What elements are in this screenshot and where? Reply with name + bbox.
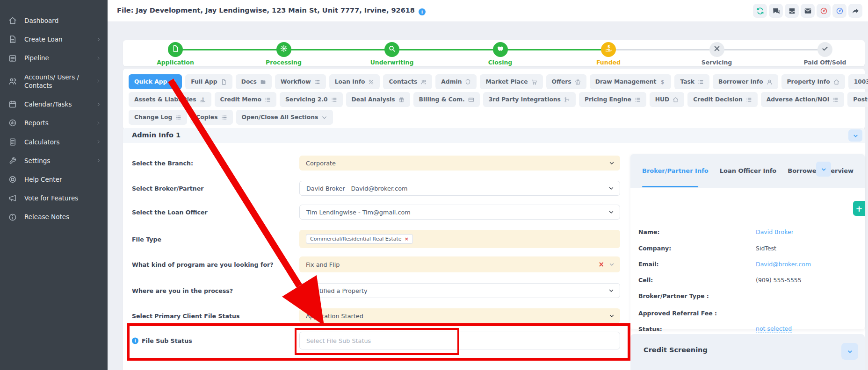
step-paid-off-sold[interactable]: Paid Off/Sold [797, 42, 853, 66]
tab-servicing-2-0[interactable]: Servicing 2.0 [280, 92, 343, 107]
gear-icon [280, 45, 288, 54]
chevron-down-icon [608, 209, 614, 215]
tab-label: 1003 [854, 78, 868, 85]
tab-post-closing-loan-trade[interactable]: Post-Closing/Loan Trade [847, 92, 868, 107]
topbar: File: Jay Development, Jay Lendingwise, … [108, 0, 868, 22]
field-label-file-type: File Type [132, 235, 161, 242]
info-icon[interactable]: i [419, 8, 426, 15]
tab-full-app[interactable]: Full App [185, 74, 232, 89]
tab-loan-info[interactable]: Loan Info [329, 74, 380, 89]
tab-copies[interactable]: Copies [190, 110, 232, 125]
info-tab-loan-officer-info[interactable]: Loan Officer Info [720, 167, 776, 174]
chevron-right-icon [96, 102, 101, 107]
sidebar-item-release-notes[interactable]: Release Notes [0, 207, 108, 226]
info-value-name[interactable]: David Broker [756, 228, 794, 235]
field-what-kind-of-program-are-you-looking-for-select[interactable]: Fix and Flip× [299, 256, 620, 272]
step-closing[interactable]: Closing [472, 42, 528, 66]
field-file-sub-status-select[interactable]: Select File Sub Status [299, 332, 620, 349]
file-icon [170, 79, 176, 85]
field-select-the-branch-select[interactable]: Corporate [299, 156, 620, 171]
sidebar-item-reports[interactable]: Reports [0, 114, 108, 132]
sidebar-item-vote-for-features[interactable]: Vote for Features [0, 189, 108, 207]
chart-icon [8, 119, 17, 127]
step-underwriting[interactable]: Underwriting [364, 42, 420, 66]
field-select-primary-client-file-status-select[interactable]: Application Started [299, 308, 620, 323]
tab-billing-com[interactable]: Billing & Com. [413, 92, 480, 107]
credit-gauge-red-icon-button[interactable] [817, 4, 831, 18]
info-value-status[interactable]: not selected [756, 325, 792, 333]
sidebar-item-calculators[interactable]: Calculators [0, 133, 108, 151]
step-circle [276, 42, 291, 57]
field-info-icon[interactable]: i [132, 337, 138, 344]
field-where-are-you-in-the-process-select[interactable]: Identified a Property [299, 283, 620, 298]
sidebar-item-create-loan[interactable]: Create Loan [0, 30, 108, 49]
tab-assets-liabilities[interactable]: Assets & Liabilities$ [129, 92, 211, 107]
tab-draw-management[interactable]: Draw Management$ [590, 74, 672, 89]
calendar-icon [8, 100, 17, 108]
field-label-where-are-you-in-the-process: Where are you in the process? [132, 287, 233, 294]
tab-3rd-party-integrations[interactable]: 3rd Party Integrations [483, 92, 576, 107]
info-value-email[interactable]: David@broker.com [756, 261, 811, 268]
select-value: Corporate [306, 160, 336, 167]
percent-icon [368, 79, 374, 85]
tab-admin[interactable]: Admin [435, 74, 477, 89]
credit-gauge-blue-icon-button[interactable] [832, 4, 846, 18]
tab-contacts[interactable]: Contacts [383, 74, 432, 89]
step-funded[interactable]: $ Funded [580, 42, 637, 66]
sidebar-item-accounts-users-contacts[interactable]: Accounts/ Users / Contacts [0, 68, 108, 95]
tab-hud[interactable]: HUD [650, 92, 684, 107]
tab-property-info[interactable]: Property Info [781, 74, 845, 89]
tab-pricing-engine[interactable]: Pricing Engine [579, 92, 646, 107]
svg-text:$: $ [202, 97, 204, 100]
tab-deal-analysis[interactable]: Deal Analysis [346, 92, 410, 107]
tab-offers[interactable]: Offers [546, 74, 586, 89]
file-icon [172, 45, 179, 54]
step-application[interactable]: Application [147, 42, 203, 66]
step-circle [493, 42, 508, 57]
info-label-approved-referral-fee: Approved Referral Fee : [638, 310, 717, 317]
sidebar-item-pipeline[interactable]: Pipeline [0, 49, 108, 67]
field-select-the-loan-officer-select[interactable]: Tim Lendingwise - Tim@gmail.com [299, 205, 620, 220]
step-processing[interactable]: Processing [256, 42, 312, 66]
tab-credit-decision[interactable]: Credit Decision [687, 92, 757, 107]
field-file-type-select[interactable]: Commercial/Residential Real Estate× [299, 230, 620, 248]
tab-adverse-action-noi[interactable]: Adverse Action/NOI [761, 92, 845, 107]
tag-remove-icon[interactable]: × [405, 236, 409, 242]
add-broker-button[interactable]: + [853, 201, 865, 216]
list-icon [221, 114, 227, 121]
step-servicing[interactable]: Servicing [689, 42, 745, 66]
info-tab-broker-partner-info[interactable]: Broker/Partner Info [642, 167, 709, 174]
send-mail-icon-button[interactable] [801, 4, 815, 18]
tab-quick-app[interactable]: Quick App [129, 74, 182, 89]
sidebar-item-settings[interactable]: Settings [0, 151, 108, 170]
tab-task[interactable]: Task [674, 74, 709, 89]
tab-1003[interactable]: 1003 [848, 74, 868, 89]
chat-icon-button[interactable] [769, 4, 783, 18]
section-collapse-button[interactable] [848, 129, 862, 142]
inbox-icon-button[interactable] [785, 4, 799, 18]
tab-change-log[interactable]: Change Log [129, 110, 187, 125]
sidebar-item-help-center[interactable]: Help Center [0, 170, 108, 189]
sidebar-item-label: Calendar/Tasks [24, 100, 72, 108]
field-select-broker-partner-select[interactable]: David Broker - David@broker.com [299, 181, 620, 196]
sidebar-item-calendar-tasks[interactable]: Calendar/Tasks [0, 95, 108, 114]
tab-workflow[interactable]: Workflow [275, 74, 326, 89]
field-label-text: File Type [132, 235, 161, 242]
clear-selection-icon[interactable]: × [598, 261, 604, 268]
tab-market-place[interactable]: Market Place [480, 74, 542, 89]
tab-open-close-all-sections[interactable]: Open/Close All Sections [236, 110, 333, 125]
tab-credit-memo[interactable]: Credit Memo [215, 92, 276, 107]
share-icon-button[interactable] [848, 4, 862, 18]
tab-borrower-info[interactable]: Borrower Info [713, 74, 778, 89]
tab-label: Task [680, 78, 694, 85]
info-tabs-more-button[interactable] [816, 162, 831, 177]
tab-docs[interactable]: Docs [236, 74, 272, 89]
tab-label: Post-Closing/Loan Trade [853, 96, 868, 103]
sync-icon-button[interactable] [753, 4, 767, 18]
step-label: Servicing [689, 59, 745, 66]
field-label-text: File Sub Status [142, 337, 192, 344]
credit-screening-collapse-button[interactable] [841, 343, 858, 360]
chevron-down-icon [821, 166, 827, 172]
sidebar-item-dashboard[interactable]: Dashboard [0, 11, 108, 30]
person-icon [767, 79, 773, 85]
